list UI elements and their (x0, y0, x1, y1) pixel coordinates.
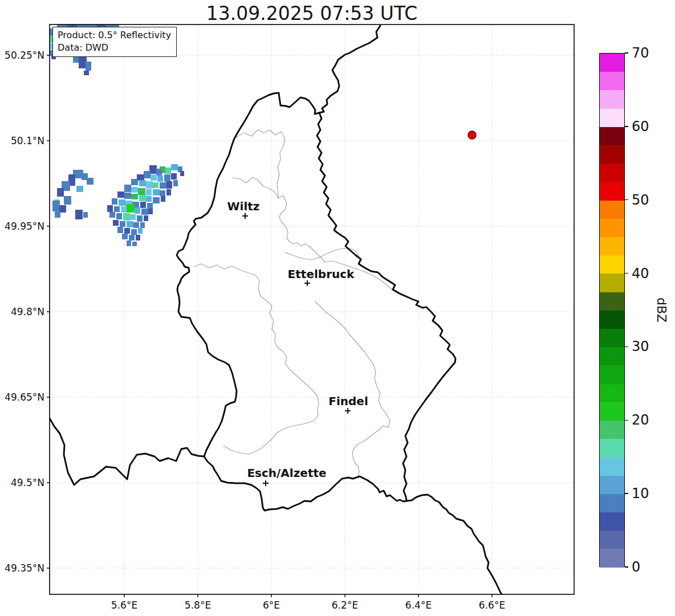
radar-echo-cell (140, 222, 145, 228)
radar-echo-cell (119, 199, 125, 206)
radar-echo-cell (84, 71, 89, 75)
colorbar-segment (600, 421, 624, 439)
colorbar-segment (600, 237, 624, 255)
radar-echo-cell (79, 57, 87, 68)
radar-echo-cell (75, 210, 83, 219)
radar-echo-cell (83, 212, 88, 218)
national-border (406, 495, 502, 595)
colorbar-segment (600, 329, 624, 347)
district-border (194, 264, 318, 399)
radar-echo-cell (131, 229, 137, 235)
radar-echo-cell (113, 220, 119, 226)
radar-echo-cell (86, 62, 91, 71)
colorbar-segment (600, 54, 624, 72)
radar-echo-cell (131, 194, 138, 199)
radar-echo-cell (116, 213, 122, 219)
data-source-line: Data: DWD (58, 42, 171, 54)
colorbar-segment (600, 347, 624, 365)
national-border (317, 113, 456, 501)
lon-tick-label: 6.6°E (479, 599, 505, 611)
radar-echo-cell (64, 196, 71, 205)
city-marker (263, 480, 269, 486)
radar-echo-cell (107, 205, 113, 212)
radar-echo-cell (117, 191, 124, 198)
colorbar-segment (600, 494, 624, 512)
city-label: Findel (328, 394, 368, 408)
radar-echo-cell (127, 240, 131, 246)
radar-echo-cell (136, 235, 140, 240)
radar-echo-cell (153, 197, 160, 203)
radar-echo-cell (144, 171, 151, 178)
radar-echo-cell (144, 215, 148, 221)
colorbar-unit-label: dBZ (654, 297, 669, 323)
colorbar-segment (600, 384, 624, 402)
radar-echo-cell (124, 193, 131, 199)
radar-echo-cell (146, 196, 152, 202)
colorbar-tick-label: 50 (632, 192, 649, 208)
radar-echo-cell (127, 204, 135, 213)
lon-tick-label: 5.8°E (185, 599, 211, 611)
radar-echo-cell (129, 235, 135, 240)
radar-echo-cell (130, 214, 136, 220)
city-label: Ettelbruck (288, 267, 355, 281)
radar-echo-cell (171, 164, 178, 170)
radar-echo-cell (135, 207, 140, 214)
radar-echo-cell (166, 189, 171, 195)
colorbar-tick-label: 70 (632, 45, 649, 61)
radar-echo-cell (114, 206, 120, 212)
product-line: Product: 0.5° Reflectivity (58, 29, 171, 42)
radar-echo-cell (109, 212, 115, 218)
map-plot: WiltzEttelbruckFindelEsch/Alzette (0, 0, 675, 616)
radar-echo-cell (117, 227, 123, 233)
colorbar-tick-label: 30 (632, 338, 649, 354)
radar-echo-cell (124, 228, 130, 234)
district-border (285, 248, 359, 260)
radar-echo-cell (164, 174, 170, 182)
colorbar-segment (600, 365, 624, 384)
radar-echo-cell (173, 180, 178, 186)
colorbar-segment (600, 402, 624, 421)
radar-echo-cell (132, 242, 137, 246)
radar-echo-cell (156, 169, 162, 176)
colorbar-segment (600, 201, 624, 219)
radar-echo-cell (124, 185, 131, 192)
city-marker (304, 280, 310, 286)
radar-echo-cell (166, 181, 172, 189)
reflectivity-colorbar (599, 53, 625, 567)
radar-echo-cell (52, 201, 60, 211)
lon-tick-label: 6°E (263, 599, 280, 611)
radar-echo-cell (160, 190, 165, 196)
national-border (319, 26, 380, 113)
radar-echo-cell (147, 203, 153, 209)
radar-echo-cell (131, 187, 138, 193)
city-marker (345, 408, 351, 414)
map-frame (50, 25, 574, 594)
colorbar-tick-label: 60 (632, 119, 649, 134)
lat-tick-label: 49.35°N (5, 562, 44, 574)
lon-tick-label: 5.6°E (111, 599, 137, 611)
colorbar-segment (600, 90, 624, 108)
radar-echo-cell (157, 176, 163, 182)
radar-echo-cell (165, 168, 171, 174)
district-border (352, 426, 388, 476)
radar-echo-cell (146, 189, 152, 195)
radar-echo-cell (139, 180, 146, 186)
map-content: WiltzEttelbruckFindelEsch/Alzette (49, 25, 574, 595)
radar-echo-cell (153, 189, 160, 195)
radar-echo-cell (122, 234, 128, 239)
radar-echo-cell (76, 186, 83, 192)
colorbar-segment (600, 439, 624, 457)
colorbar-segment (600, 476, 624, 494)
colorbar-segment (600, 311, 624, 329)
radar-echo-cell (120, 221, 125, 227)
radar-echo-cell (161, 196, 165, 202)
colorbar-segment (600, 127, 624, 145)
radar-echo-cell (121, 206, 127, 213)
city-label: Wiltz (227, 199, 260, 213)
radar-site-dot (468, 131, 476, 139)
colorbar-segment (600, 182, 624, 200)
colorbar-segment (600, 512, 624, 531)
radar-echo-cell (146, 181, 153, 189)
radar-echo-cell (140, 202, 146, 208)
colorbar-segment (600, 109, 624, 127)
